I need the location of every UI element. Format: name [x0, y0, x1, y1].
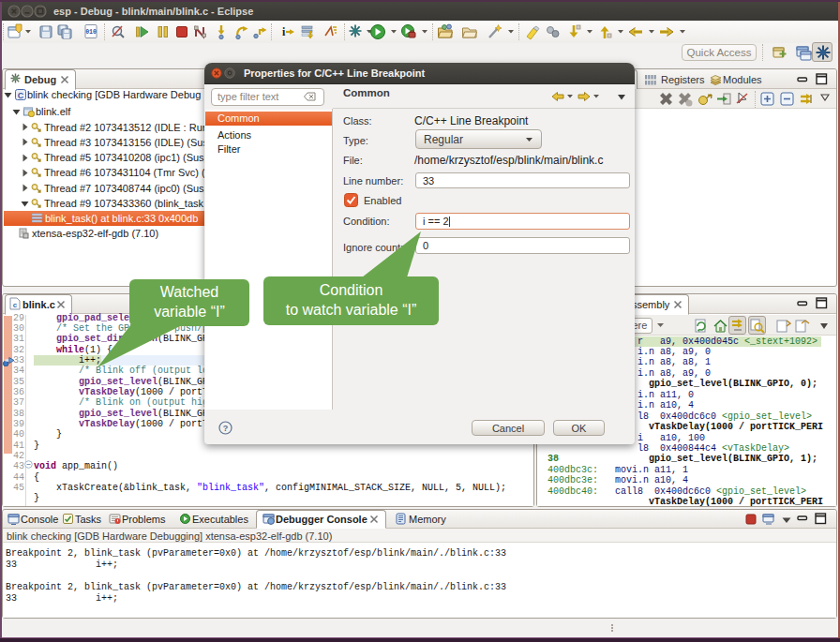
svg-text:c: c: [13, 301, 18, 309]
svg-text:?: ?: [223, 424, 229, 433]
svg-text:C: C: [18, 91, 24, 100]
svg-text:i: i: [282, 25, 286, 38]
svg-text:010: 010: [85, 29, 97, 36]
